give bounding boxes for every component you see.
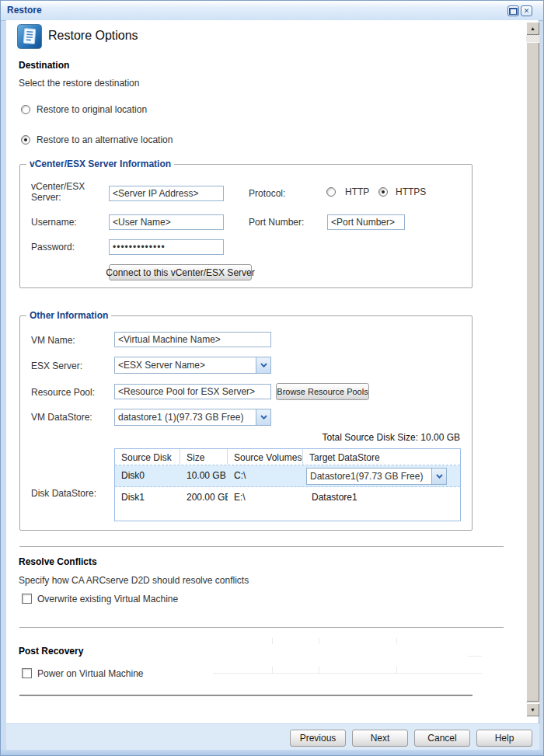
next-button[interactable]: Next [352,730,408,747]
cancel-button[interactable]: Cancel [414,730,470,747]
radio-alternative-location-label: Restore to an alternative location [37,134,173,145]
window-title: Restore [7,5,42,16]
ghost-line [468,656,482,657]
other-info-legend: Other Information [26,310,111,321]
target-datastore-trigger[interactable] [431,469,446,484]
radio-https[interactable] [378,187,388,197]
resource-pool-input[interactable] [114,384,271,399]
cell-source-volumes: C:\ [228,465,303,486]
esx-server-trigger[interactable] [256,357,270,373]
radio-original-location[interactable] [21,105,30,114]
server-info-legend: vCenter/ESX Server Information [26,159,174,169]
protocol-label: Protocol: [249,188,285,199]
username-label: Username: [31,217,77,228]
table-header-row: Source Disk Size Source Volumes Target D… [115,449,460,465]
vm-name-input[interactable] [114,332,271,347]
esx-server-label: ESX Server: [31,361,82,371]
cell-source-disk: Disk1 [115,487,180,507]
close-icon: ✕ [524,8,530,15]
port-number-input[interactable] [327,214,405,230]
vm-name-label: VM Name: [31,335,75,346]
help-button[interactable]: Help [476,730,532,747]
vm-datastore-input[interactable] [115,409,256,425]
esx-server-combo[interactable] [114,357,271,374]
disk-datastore-label: Disk DataStore: [31,488,96,499]
restore-options-icon [17,24,42,49]
radio-http[interactable] [326,187,336,197]
radio-alternative-location[interactable] [21,135,30,145]
cell-source-disk: Disk0 [115,465,180,486]
titlebar: Restore ✕ [1,1,543,21]
ghost-line [396,638,397,644]
close-button[interactable]: ✕ [521,5,532,16]
power-on-vm-checkbox-label: Power on Virtual Machine [37,668,144,679]
https-label: HTTPS [396,186,426,197]
overwrite-vm-checkbox[interactable] [22,594,32,604]
resolve-conflicts-subtitle: Specify how CA ARCserve D2D should resol… [19,575,249,586]
cell-target-datastore: Datastore1 [303,487,460,507]
previous-button[interactable]: Previous [290,730,346,747]
http-label: HTTP [345,186,369,197]
esx-server-input[interactable] [115,357,256,373]
resolve-conflicts-heading: Resolve Conflicts [19,556,97,567]
ghost-line [272,638,273,644]
maximize-button[interactable] [507,5,519,16]
cell-target-datastore [303,465,460,486]
separator [19,695,473,697]
chevron-down-icon [260,415,267,420]
scroll-up-icon: ▲ [530,26,535,31]
server-ip-input[interactable] [109,186,224,201]
window-bottom-edge [1,750,543,755]
target-datastore-combo[interactable] [306,468,447,485]
post-recovery-heading: Post Recovery [19,646,83,657]
password-label: Password: [31,242,75,253]
ghost-line [396,667,397,673]
table-row[interactable]: Disk0 10.00 GB C:\ [115,465,460,487]
vm-datastore-combo[interactable] [114,409,271,426]
col-header-source-volumes: Source Volumes [228,449,303,465]
vm-datastore-label: VM DataStore: [31,412,92,423]
scrollbar-up-button[interactable]: ▲ [526,22,539,35]
ghost-line [272,667,273,673]
destination-heading: Destination [19,60,69,71]
cell-source-volumes: E:\ [228,487,303,507]
username-input[interactable] [109,214,224,230]
scrollbar-down-button[interactable]: ▼ [526,703,539,716]
target-datastore-input[interactable] [307,469,431,484]
vcenter-server-label: vCenter/ESX Server: [31,181,105,203]
total-source-disk-size: Total Source Disk Size: 10.00 GB [272,432,460,443]
overwrite-vm-checkbox-label: Overwrite existing Virtual Machine [37,594,178,604]
page-title: Restore Options [48,29,138,43]
ghost-line [213,673,482,674]
separator [19,627,504,629]
destination-subtitle: Select the restore destination [19,78,139,89]
table-row[interactable]: Disk1 200.00 GB E:\ Datastore1 [115,487,460,507]
radio-original-location-label: Restore to original location [37,104,147,115]
chevron-down-icon [260,363,267,368]
browse-resource-pools-button[interactable]: Browse Resource Pools [276,383,369,400]
scroll-down-icon: ▼ [530,707,535,712]
scrollbar-thumb[interactable] [526,42,539,702]
chevron-down-icon [436,474,443,479]
cell-size: 200.00 GB [180,487,228,507]
disk-datastore-table: Source Disk Size Source Volumes Target D… [114,448,461,521]
port-number-label: Port Number: [249,217,304,228]
footer-bar: Previous Next Cancel Help [6,723,539,751]
separator [19,546,504,548]
ghost-line [319,667,319,673]
maximize-icon [509,8,518,15]
ghost-line [319,638,319,644]
cell-size: 10.00 GB [180,465,228,486]
restore-dialog: Restore ✕ Restore Options Destination Se… [0,0,544,756]
col-header-size: Size [180,449,228,465]
password-input[interactable] [109,239,224,255]
power-on-vm-checkbox[interactable] [22,668,32,678]
resource-pool-label: Resource Pool: [31,387,95,398]
connect-server-button[interactable]: Connect to this vCenter/ESX Server [109,264,252,280]
col-header-source-disk: Source Disk [115,449,180,465]
col-header-target-datastore: Target DataStore [303,449,460,465]
vm-datastore-trigger[interactable] [256,409,270,425]
